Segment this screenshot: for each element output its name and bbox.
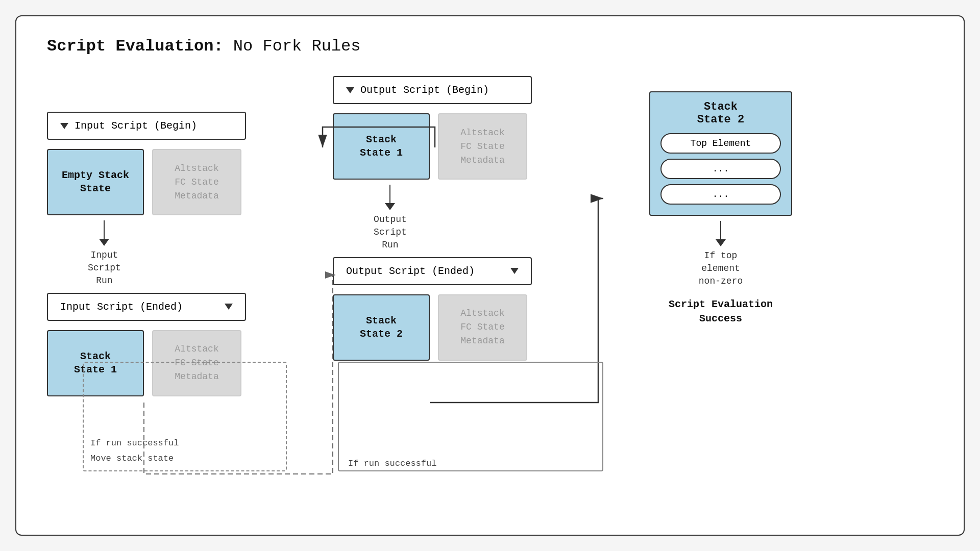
if-run-successful-mid: If run successful <box>348 459 436 468</box>
altstack-label-mid-bottom: AltstackFC StateMetadata <box>460 307 504 348</box>
v-line-2 <box>389 185 390 203</box>
triangle-icon-4 <box>510 268 519 274</box>
output-script-begin-header: Output Script (Begin) <box>333 76 532 104</box>
input-script-ended-label: Input Script (Ended) <box>60 301 183 313</box>
initial-state-row: Empty StackState AltstackFC StateMetadat… <box>47 149 241 215</box>
stack-state-1-row-mid: StackState 1 AltstackFC StateMetadata <box>333 113 527 180</box>
output-script-run-label: OutputScriptRun <box>374 213 407 252</box>
input-script-begin-label: Input Script (Begin) <box>75 120 197 132</box>
output-script-ended-label: Output Script (Ended) <box>346 265 475 277</box>
altstack-box-mid-top: AltstackFC StateMetadata <box>438 113 527 180</box>
altstack-box-left-bottom: AltstackFC StateMetadata <box>152 330 241 396</box>
input-script-begin-header: Input Script (Begin) <box>47 112 246 140</box>
right-column: StackState 2 Top Element ... ... If tope… <box>639 76 802 326</box>
el3-label: ... <box>713 189 729 199</box>
stack-state-2-label-mid: StackState 2 <box>360 314 403 341</box>
if-top-element-arrow: If topelementnon-zero <box>699 221 743 288</box>
stack-state-2-title: StackState 2 <box>660 101 781 126</box>
stack-state-2-container: StackState 2 Top Element ... ... <box>649 91 792 216</box>
mid-column: Output Script (Begin) StackState 1 Altst… <box>333 76 598 361</box>
input-script-run-arrow: InputScriptRun <box>88 220 121 288</box>
altstack-box-mid-bottom: AltstackFC StateMetadata <box>438 294 527 361</box>
stack-state-1-label-mid: StackState 1 <box>360 133 403 160</box>
stack-state-2-row-mid: StackState 2 AltstackFC StateMetadata <box>333 294 527 361</box>
triangle-icon <box>60 123 68 129</box>
stack-state-2-box-mid: StackState 2 <box>333 294 430 361</box>
triangle-icon-2 <box>225 304 233 310</box>
arrow-down-2 <box>385 203 395 210</box>
page-title: Script Evaluation: No Fork Rules <box>47 37 933 56</box>
title-bold: Script Evaluation: <box>47 37 224 56</box>
triangle-icon-3 <box>346 87 354 93</box>
success-label: Script EvaluationSuccess <box>669 298 773 324</box>
diagram-area: Input Script (Begin) Empty StackState Al… <box>47 76 933 510</box>
left-column: Input Script (Begin) Empty StackState Al… <box>47 76 302 396</box>
altstack-label-left-bottom: AltstackFC StateMetadata <box>175 342 218 384</box>
v-line-1 <box>104 220 105 239</box>
output-script-begin-label: Output Script (Begin) <box>360 84 489 96</box>
stack-state-1-box-mid: StackState 1 <box>333 113 430 180</box>
if-top-element-label: If topelementnon-zero <box>699 249 743 288</box>
v-line-3 <box>720 221 721 239</box>
top-element-label: Top Element <box>691 138 751 148</box>
solid-mid-box <box>338 362 603 471</box>
main-container: Script Evaluation: No Fork Rules Input S… <box>15 15 965 536</box>
element-2: ... <box>660 159 781 179</box>
empty-stack-state-box: Empty StackState <box>47 149 144 215</box>
stack-state-1-box-left: StackState 1 <box>47 330 144 396</box>
input-script-run-label: InputScriptRun <box>88 249 121 288</box>
el2-label: ... <box>713 164 729 174</box>
output-script-ended-header: Output Script (Ended) <box>333 257 532 285</box>
input-script-ended-header: Input Script (Ended) <box>47 293 246 321</box>
empty-stack-label: Empty StackState <box>62 169 129 195</box>
altstack-label-left-top: AltstackFC StateMetadata <box>175 162 218 203</box>
arrow-down-1 <box>99 239 109 246</box>
altstack-box-left-top: AltstackFC StateMetadata <box>152 149 241 215</box>
top-element: Top Element <box>660 133 781 154</box>
output-script-run-arrow: OutputScriptRun <box>374 185 407 252</box>
move-stack-label: Move stack state <box>90 454 174 463</box>
success-text: Script EvaluationSuccess <box>669 297 773 326</box>
element-3: ... <box>660 184 781 205</box>
title-regular: No Fork Rules <box>224 37 361 56</box>
stack-state-1-label-left: StackState 1 <box>74 350 117 377</box>
arrow-down-3 <box>716 239 726 246</box>
stack-state-1-row-left: StackState 1 AltstackFC StateMetadata <box>47 330 241 396</box>
altstack-label-mid-top: AltstackFC StateMetadata <box>460 126 504 167</box>
if-run-successful-left: If run successful <box>90 438 179 448</box>
